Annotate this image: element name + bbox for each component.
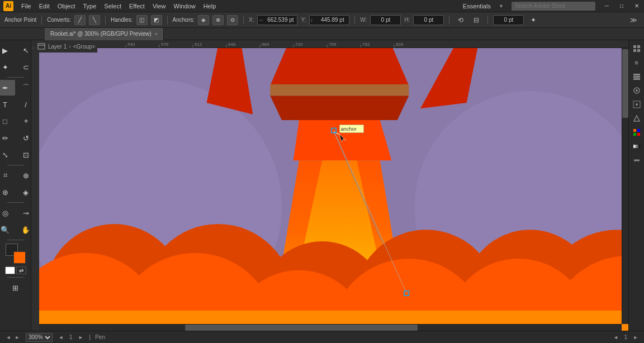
panel-btn-color[interactable] <box>631 126 643 139</box>
svg-marker-34 <box>270 96 409 120</box>
canvas-container[interactable]: anchor <box>39 48 628 331</box>
panel-collapse-icon[interactable]: ≫ <box>627 15 640 25</box>
group-name: <Group> <box>73 44 95 50</box>
perspective-tool[interactable]: ⌗ <box>0 168 15 183</box>
svg-text:756: 756 <box>329 42 337 47</box>
panel-btn-libraries[interactable] <box>631 42 643 55</box>
star-icon[interactable]: ✦ <box>527 15 539 25</box>
magic-wand-tool[interactable]: ✦ <box>0 59 15 75</box>
zoom-select[interactable]: 300% 200% 100% 50% <box>26 333 53 342</box>
search-input[interactable] <box>512 2 595 11</box>
nav-back-btn[interactable]: ◄ <box>4 334 12 341</box>
y-label: Y: <box>301 17 306 23</box>
rectangle-tool[interactable]: □ <box>0 113 15 129</box>
handle-btn-1[interactable]: ◫ <box>136 15 148 25</box>
select-tool-group: ▶ ↖ <box>0 42 36 58</box>
vertical-scrollbar[interactable] <box>622 48 628 324</box>
divider-4 <box>243 16 244 25</box>
fill-color-box[interactable] <box>13 251 26 264</box>
w-input[interactable] <box>370 15 401 25</box>
breadcrumb-separator: › <box>69 44 70 50</box>
divider-6 <box>449 16 449 25</box>
select-tool[interactable]: ▶ <box>0 42 15 58</box>
maximize-button[interactable]: □ <box>618 3 625 9</box>
page-number: 1 <box>624 334 627 340</box>
h-scroll-thumb[interactable] <box>185 325 418 331</box>
svg-rect-65 <box>633 78 640 80</box>
horizontal-scrollbar[interactable] <box>39 324 622 331</box>
artboard-prev[interactable]: ◄ <box>57 334 65 341</box>
eyedropper-tool[interactable]: ◎ <box>0 205 15 221</box>
h-input[interactable] <box>413 15 444 25</box>
anchor-btn-3[interactable]: ⊖ <box>227 15 238 25</box>
svg-text:anchor: anchor <box>340 126 356 132</box>
panel-btn-layers[interactable] <box>631 70 643 83</box>
anchor-btn-1[interactable]: ◈ <box>198 15 209 25</box>
minimize-button[interactable]: ─ <box>603 3 610 9</box>
handle-btn-2[interactable]: ◩ <box>151 15 162 25</box>
menu-edit[interactable]: Edit <box>39 3 50 9</box>
layer-name: Layer 1 <box>48 44 67 50</box>
svg-rect-74 <box>633 145 640 148</box>
anchor-btn-2[interactable]: ⊕ <box>212 15 224 25</box>
w-label: W: <box>360 17 367 23</box>
none-color-btn[interactable] <box>5 266 15 274</box>
tool-sep-2 <box>7 165 24 165</box>
nav-forward-btn[interactable]: ► <box>13 334 21 341</box>
type-tool[interactable]: T <box>0 97 15 112</box>
v-scroll-thumb[interactable] <box>622 49 628 118</box>
swap-color-btn[interactable]: ⇄ <box>16 266 26 274</box>
panel-btn-properties[interactable]: ≡ <box>631 56 643 69</box>
file-tab[interactable]: Rocket.ai* @ 300% (RGB/GPU Preview) × <box>45 28 164 40</box>
artboard-label: 1 <box>69 334 73 340</box>
type-group: T / <box>0 97 36 112</box>
page-prev[interactable]: ◄ <box>612 334 619 341</box>
menu-help[interactable]: Help <box>203 3 216 9</box>
panel-btn-appearance[interactable] <box>631 112 643 125</box>
menu-object[interactable]: Object <box>58 3 75 9</box>
tool-sep-5 <box>7 277 24 278</box>
menu-effect[interactable]: Effect <box>129 3 145 9</box>
svg-rect-73 <box>637 133 640 136</box>
status-bar: ◄ ► 300% 200% 100% 50% ◄ 1 ► | Pen ◄ 1 ► <box>0 331 644 343</box>
svg-text:648: 648 <box>228 42 236 47</box>
menu-select[interactable]: Select <box>104 3 121 9</box>
menu-file[interactable]: File <box>21 3 31 9</box>
perspective-group: ⌗ ⊕ <box>0 168 36 183</box>
color-boxes <box>6 244 26 264</box>
divider-7 <box>487 16 488 25</box>
svg-text:576: 576 <box>161 42 169 47</box>
panel-btn-transform[interactable] <box>631 98 643 111</box>
menu-type[interactable]: Type <box>83 3 97 9</box>
essentials-label: Essentials <box>463 3 491 9</box>
separator: | <box>89 334 91 340</box>
live-paint-tool[interactable]: ⊛ <box>0 184 15 200</box>
tab-close-button[interactable]: × <box>155 31 158 37</box>
convert-btn-2[interactable]: ╲ <box>89 15 100 25</box>
close-button[interactable]: ✕ <box>633 3 641 9</box>
nav-buttons: ◄ ► <box>4 334 21 341</box>
panel-btn-stroke[interactable] <box>631 154 643 166</box>
menu-window[interactable]: Window <box>174 3 196 9</box>
menu-view[interactable]: View <box>153 3 166 9</box>
align-icon[interactable]: ⊟ <box>470 15 482 25</box>
rotate-input[interactable] <box>493 15 524 25</box>
convert-btn-1[interactable]: ╱ <box>74 15 86 25</box>
tab-bar: Layer 1 › <Group> Rocket.ai* @ 300% (RGB… <box>0 28 644 40</box>
artboard-next[interactable]: ► <box>77 334 85 341</box>
scale-tool[interactable]: ⤡ <box>0 147 15 163</box>
y-input[interactable] <box>309 15 349 25</box>
pencil-tool[interactable]: ✏ <box>0 130 15 146</box>
essentials-dropdown-icon[interactable]: ▼ <box>499 3 504 9</box>
anchor-toolbar: Anchor Point Converts: ╱ ╲ Handles: ◫ ◩ … <box>0 12 644 28</box>
pen-tool[interactable]: ✒ <box>0 80 15 96</box>
live-paint-group: ⊛ ◈ <box>0 184 36 200</box>
panel-btn-assets[interactable] <box>631 84 643 97</box>
panel-btn-gradient-panel[interactable] <box>631 140 643 153</box>
zoom-tool[interactable]: 🔍 <box>0 222 15 237</box>
artwork-svg: anchor <box>39 48 628 331</box>
file-tab-name: Rocket.ai* @ 300% (RGB/GPU Preview) <box>50 31 151 37</box>
transform-icon[interactable]: ⟲ <box>454 15 467 25</box>
page-next[interactable]: ► <box>632 334 640 341</box>
artboard-tool[interactable]: ⊞ <box>6 280 26 296</box>
